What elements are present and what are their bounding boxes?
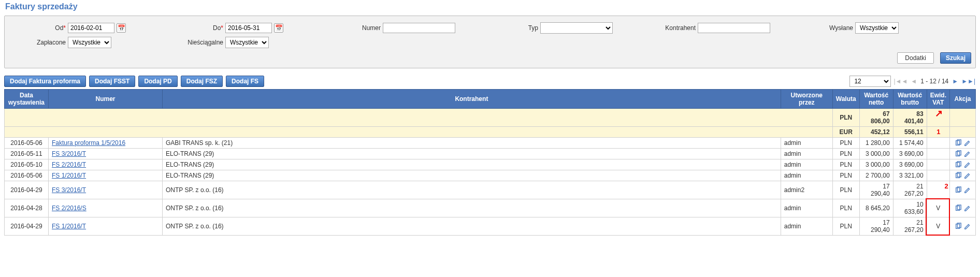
add-fs-button[interactable]: Dodaj FS bbox=[226, 76, 264, 87]
cell-date: 2016-04-28 bbox=[5, 199, 49, 217]
calendar-icon[interactable]: 📅 bbox=[274, 23, 283, 33]
invoice-link[interactable]: FS 1/2016/T bbox=[52, 223, 86, 230]
summary-brutto: 556,11 bbox=[893, 127, 927, 138]
cell-currency: PLN bbox=[832, 159, 859, 170]
cell-currency: PLN bbox=[832, 181, 859, 199]
cell-actions bbox=[950, 181, 976, 199]
cell-netto: 17 290,40 bbox=[859, 181, 893, 199]
filter-kontrahent-input[interactable] bbox=[698, 23, 770, 33]
copy-icon[interactable] bbox=[955, 186, 962, 194]
filter-wyslane-select[interactable]: Wszystkie bbox=[855, 22, 899, 34]
copy-icon[interactable] bbox=[955, 139, 962, 147]
cell-kontrahent: ELO-TRANS (29) bbox=[163, 170, 781, 181]
filter-typ-select[interactable] bbox=[540, 22, 613, 34]
invoice-link[interactable]: Faktura proforma 1/5/2016 bbox=[52, 139, 125, 147]
edit-icon[interactable] bbox=[964, 161, 971, 168]
col-kontrahent[interactable]: Kontrahent bbox=[163, 90, 781, 109]
add-fsst-button[interactable]: Dodaj FSST bbox=[89, 76, 135, 87]
col-waluta[interactable]: Waluta bbox=[832, 90, 859, 109]
cell-user: admin2 bbox=[781, 181, 832, 199]
dodatki-button[interactable]: Dodatki bbox=[897, 52, 934, 64]
cell-user: admin bbox=[781, 217, 832, 236]
invoice-link[interactable]: FS 3/2016/T bbox=[52, 186, 86, 194]
copy-icon[interactable] bbox=[955, 150, 962, 157]
cell-ewid bbox=[927, 149, 949, 159]
col-numer[interactable]: Numer bbox=[49, 90, 163, 109]
filter-niesciagalne-select[interactable]: Wszystkie bbox=[225, 37, 269, 48]
cell-netto: 2 700,00 bbox=[859, 170, 893, 181]
cell-kontrahent: ONTP SP. z o.o. (16) bbox=[163, 199, 781, 217]
cell-brutto: 3 690,00 bbox=[893, 149, 927, 159]
edit-icon[interactable] bbox=[964, 186, 971, 194]
cell-numer: FS 3/2016/T bbox=[49, 181, 163, 199]
edit-icon[interactable] bbox=[964, 172, 971, 179]
copy-icon[interactable] bbox=[955, 223, 962, 230]
search-button[interactable]: Szukaj bbox=[940, 52, 971, 64]
edit-icon[interactable] bbox=[964, 139, 971, 147]
pager-last-icon[interactable]: ►►| bbox=[961, 78, 976, 85]
filter-zaplacone-select[interactable]: Wszystkie bbox=[68, 37, 111, 48]
summary-currency: PLN bbox=[832, 109, 859, 127]
cell-user: admin bbox=[781, 199, 832, 217]
cell-kontrahent: ELO-TRANS (29) bbox=[163, 159, 781, 170]
cell-date: 2016-05-11 bbox=[5, 149, 49, 159]
add-fsz-button[interactable]: Dodaj FSZ bbox=[181, 76, 223, 87]
page-title: Faktury sprzedaży bbox=[0, 0, 980, 13]
col-brutto[interactable]: Wartość brutto bbox=[893, 90, 927, 109]
cell-brutto: 3 321,00 bbox=[893, 170, 927, 181]
cell-brutto: 3 690,00 bbox=[893, 159, 927, 170]
filter-do-input[interactable] bbox=[225, 23, 272, 33]
col-ewid[interactable]: Ewid. VAT bbox=[927, 90, 949, 109]
invoice-link[interactable]: FS 3/2016/T bbox=[52, 150, 86, 157]
copy-icon[interactable] bbox=[955, 205, 962, 212]
cell-user: admin bbox=[781, 138, 832, 149]
cell-user: admin bbox=[781, 149, 832, 159]
filter-numer-input[interactable] bbox=[383, 23, 455, 33]
filter-niesciagalne-label: Nieściągalne bbox=[166, 39, 223, 46]
cell-date: 2016-05-06 bbox=[5, 170, 49, 181]
copy-icon[interactable] bbox=[955, 172, 962, 179]
edit-icon[interactable] bbox=[964, 150, 971, 157]
cell-brutto: 1 574,40 bbox=[893, 138, 927, 149]
add-proforma-button[interactable]: Dodaj Faktura proforma bbox=[4, 76, 86, 87]
cell-kontrahent: ONTP SP. z o.o. (16) bbox=[163, 181, 781, 199]
filter-od-label: Od* bbox=[9, 24, 66, 32]
filter-od-input[interactable] bbox=[68, 23, 114, 33]
filter-panel: Od* 📅 Do* 📅 Numer Typ Kontrahent Wysłane… bbox=[4, 16, 976, 68]
cell-numer: FS 3/2016/T bbox=[49, 149, 163, 159]
cell-numer: FS 1/2016/T bbox=[49, 217, 163, 236]
table-row: 2016-04-28FS 2/2016/SONTP SP. z o.o. (16… bbox=[5, 199, 976, 217]
filter-kontrahent-label: Kontrahent bbox=[639, 24, 696, 32]
invoice-link[interactable]: FS 2/2016/T bbox=[52, 161, 86, 168]
col-date[interactable]: Data wystawienia bbox=[5, 90, 49, 109]
invoice-link[interactable]: FS 1/2016/T bbox=[52, 172, 86, 179]
cell-ewid bbox=[927, 138, 949, 149]
add-pd-button[interactable]: Dodaj PD bbox=[138, 76, 177, 87]
cell-currency: PLN bbox=[832, 149, 859, 159]
edit-icon[interactable] bbox=[964, 223, 971, 230]
cell-actions bbox=[950, 217, 976, 236]
cell-brutto: 10 633,60 bbox=[893, 199, 927, 217]
pager-next-icon[interactable]: ► bbox=[952, 78, 959, 85]
copy-icon[interactable] bbox=[955, 161, 962, 168]
invoice-link[interactable]: FS 2/2016/S bbox=[52, 205, 87, 212]
cell-ewid bbox=[927, 181, 949, 199]
filter-typ-label: Typ bbox=[481, 24, 538, 32]
page-size-select[interactable]: 12 bbox=[849, 76, 891, 87]
pager-prev-icon[interactable]: ◄ bbox=[910, 78, 917, 85]
calendar-icon[interactable]: 📅 bbox=[117, 23, 126, 33]
table-row: 2016-04-29FS 1/2016/TONTP SP. z o.o. (16… bbox=[5, 217, 976, 236]
col-netto[interactable]: Wartość netto bbox=[859, 90, 893, 109]
col-utworzone[interactable]: Utworzone przez bbox=[781, 90, 832, 109]
cell-netto: 8 645,20 bbox=[859, 199, 893, 217]
filter-do-label: Do* bbox=[166, 24, 223, 32]
edit-icon[interactable] bbox=[964, 205, 971, 212]
cell-numer: FS 2/2016/S bbox=[49, 199, 163, 217]
cell-ewid bbox=[927, 159, 949, 170]
cell-numer: Faktura proforma 1/5/2016 bbox=[49, 138, 163, 149]
summary-currency: EUR bbox=[832, 127, 859, 138]
cell-date: 2016-04-29 bbox=[5, 181, 49, 199]
table-row: 2016-05-11FS 3/2016/TELO-TRANS (29)admin… bbox=[5, 149, 976, 159]
cell-netto: 17 290,40 bbox=[859, 217, 893, 236]
pager-first-icon[interactable]: |◄◄ bbox=[893, 78, 908, 85]
